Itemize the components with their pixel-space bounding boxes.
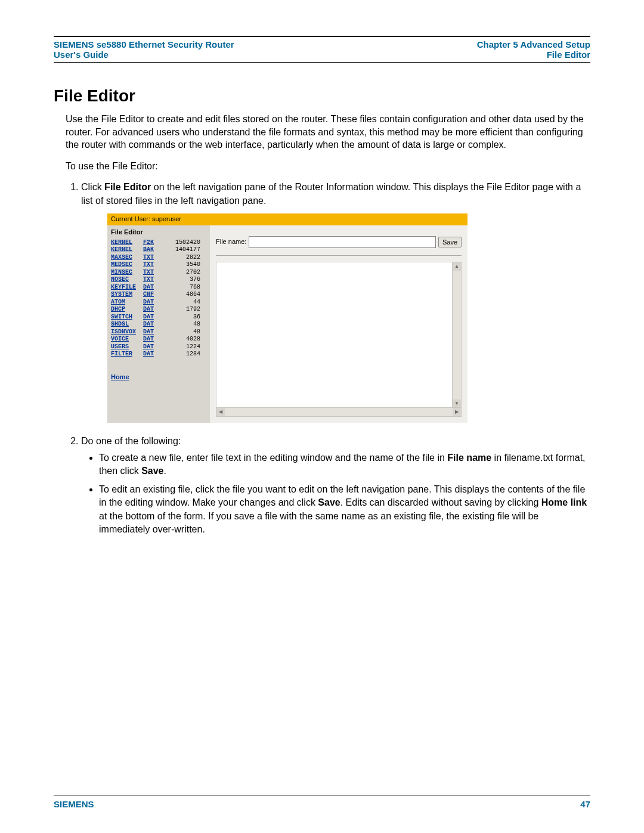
header-product: SIEMENS se5880 Ethernet Security Router	[54, 39, 234, 49]
scrollbar-vertical[interactable]	[452, 262, 461, 408]
file-row[interactable]: MEDSECTXT3540	[111, 261, 206, 269]
page-footer: SIEMENS 47	[54, 795, 590, 809]
file-row[interactable]: KEYFILEDAT768	[111, 284, 206, 292]
filename-input[interactable]	[249, 236, 436, 248]
file-row[interactable]: SWITCHDAT36	[111, 314, 206, 321]
file-row[interactable]: ATOMDAT44	[111, 299, 206, 306]
filename-label: File name:	[216, 237, 246, 246]
header-guide: User's Guide	[54, 49, 109, 60]
file-row[interactable]: KERNELF2K1502420	[111, 239, 206, 247]
page-title: File Editor	[54, 86, 590, 106]
file-row[interactable]: DHCPDAT1792	[111, 306, 206, 314]
home-link[interactable]: Home	[111, 373, 206, 382]
header-section: File Editor	[477, 49, 590, 60]
file-row[interactable]: ISDNVOXDAT48	[111, 329, 206, 336]
header-chapter: Chapter 5 Advanced Setup	[477, 39, 590, 49]
file-row[interactable]: VOICEDAT4028	[111, 336, 206, 343]
intro-paragraph: Use the File Editor to create and edit f…	[66, 113, 590, 151]
file-row[interactable]: KERNELBAK1404177	[111, 246, 206, 254]
file-editor-screenshot: Current User: superuser File Editor KERN…	[107, 213, 467, 422]
file-row[interactable]: USERSDAT1224	[111, 343, 206, 351]
current-user-bar: Current User: superuser	[107, 213, 467, 225]
footer-brand: SIEMENS	[54, 799, 94, 809]
sidebar-title: File Editor	[111, 228, 206, 237]
to-use-line: To use the File Editor:	[66, 160, 590, 173]
edit-textarea[interactable]	[216, 262, 462, 417]
save-button[interactable]: Save	[438, 237, 462, 247]
step-2: Do one of the following: To create a new…	[81, 435, 590, 537]
file-row[interactable]: MINSECTXT2702	[111, 269, 206, 277]
file-row[interactable]: FILTERDAT1284	[111, 351, 206, 358]
footer-page-number: 47	[580, 799, 590, 809]
step-1: Click File Editor on the left navigation…	[81, 181, 590, 422]
step-2b: To edit an existing file, click the file…	[99, 483, 590, 537]
file-row[interactable]: MAXSECTXT2822	[111, 254, 206, 262]
file-row[interactable]: NOSECTXT376	[111, 276, 206, 284]
file-list-sidebar: File Editor KERNELF2K1502420KERNELBAK140…	[107, 225, 210, 423]
page-header: SIEMENS se5880 Ethernet Security Router …	[54, 36, 590, 63]
scrollbar-horizontal[interactable]	[216, 407, 461, 416]
step-2a: To create a new file, enter file text in…	[99, 451, 590, 478]
file-row[interactable]: SHDSLDAT48	[111, 321, 206, 329]
file-row[interactable]: SYSTEMCNF4864	[111, 291, 206, 299]
